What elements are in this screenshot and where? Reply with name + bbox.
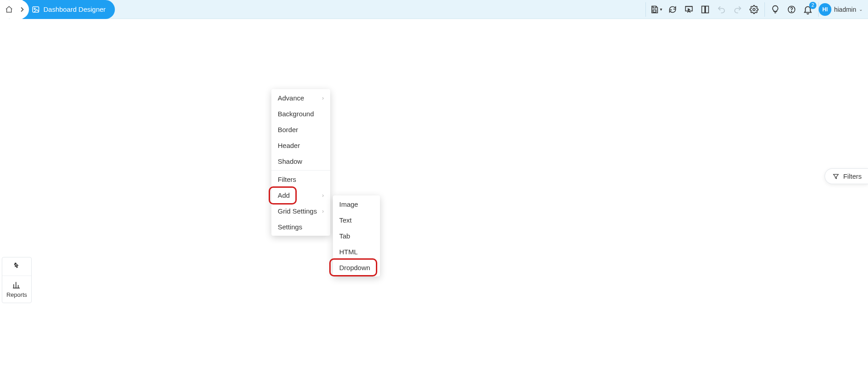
home-icon	[5, 5, 13, 14]
ctx-item-settings[interactable]: Settings	[271, 219, 330, 235]
sub-label: Tab	[339, 232, 350, 240]
ctx-label: Grid Settings	[278, 207, 317, 215]
reports-label: Reports	[6, 291, 27, 298]
chevron-right-icon	[18, 5, 26, 14]
save-button[interactable]: ▾	[651, 5, 661, 14]
undo-button[interactable]	[716, 5, 726, 14]
reports-button[interactable]: Reports	[2, 276, 31, 303]
left-dock: Reports	[2, 257, 32, 303]
sub-item-html[interactable]: HTML	[333, 244, 380, 260]
sub-item-image[interactable]: Image	[333, 196, 380, 212]
ctx-item-border[interactable]: Border	[271, 122, 330, 138]
ctx-item-header[interactable]: Header	[271, 138, 330, 153]
redo-icon	[733, 5, 742, 14]
pointer-icon	[12, 262, 21, 271]
sub-label: HTML	[339, 248, 358, 256]
ctx-label: Filters	[278, 176, 296, 183]
filters-label: Filters	[843, 172, 862, 180]
sub-item-dropdown[interactable]: Dropdown	[333, 260, 380, 276]
page-title: Dashboard Designer	[43, 5, 106, 13]
filters-button[interactable]: Filters	[825, 168, 868, 184]
ctx-item-filters[interactable]: Filters	[271, 171, 330, 187]
notification-badge: 2	[809, 2, 816, 9]
sub-label: Dropdown	[339, 264, 370, 271]
ctx-item-shadow[interactable]: Shadow	[271, 153, 330, 169]
save-icon	[650, 5, 659, 14]
context-menu: Advance › Background Border Header Shado…	[271, 89, 330, 236]
ctx-label: Advance	[278, 94, 304, 102]
filter-icon	[832, 173, 840, 180]
svg-rect-2	[653, 10, 656, 12]
sub-item-text[interactable]: Text	[333, 212, 380, 228]
help-button[interactable]	[787, 5, 797, 14]
ctx-item-add[interactable]: Add ›	[271, 187, 330, 203]
presentation-button[interactable]	[684, 5, 694, 14]
page-title-chip[interactable]: Dashboard Designer	[23, 0, 115, 19]
interactions-button[interactable]	[2, 257, 31, 276]
hint-button[interactable]	[770, 5, 780, 14]
lightbulb-icon	[771, 5, 780, 14]
ctx-label: Header	[278, 142, 300, 149]
chevron-down-icon: ⌄	[859, 7, 863, 12]
sub-label: Image	[339, 200, 358, 208]
chevron-right-icon: ›	[322, 95, 324, 101]
settings-button[interactable]	[749, 5, 759, 14]
ctx-item-grid-settings[interactable]: Grid Settings ›	[271, 203, 330, 219]
ctx-item-advance[interactable]: Advance ›	[271, 90, 330, 106]
svg-rect-4	[702, 6, 705, 13]
user-menu[interactable]: HI hiadmin ⌄	[819, 3, 868, 16]
svg-rect-0	[33, 7, 39, 12]
sub-item-tab[interactable]: Tab	[333, 228, 380, 244]
layout-button[interactable]	[700, 5, 710, 14]
help-icon	[787, 5, 796, 14]
refresh-button[interactable]	[668, 5, 678, 14]
ctx-label: Shadow	[278, 157, 302, 165]
canvas[interactable]: Filters Reports Advance › Background Bor…	[0, 19, 868, 371]
image-icon	[32, 5, 40, 14]
layout-icon	[701, 5, 710, 14]
svg-point-1	[34, 8, 35, 10]
ctx-label: Background	[278, 110, 314, 118]
divider	[271, 170, 330, 171]
ctx-label: Border	[278, 126, 298, 133]
gear-icon	[749, 5, 759, 14]
undo-icon	[717, 5, 726, 14]
chevron-right-icon: ›	[322, 208, 324, 214]
sub-label: Text	[339, 216, 352, 224]
breadcrumb: Dashboard Designer	[0, 0, 115, 19]
ctx-label: Add	[278, 191, 290, 199]
chevron-right-icon: ›	[322, 192, 324, 199]
ctx-item-background[interactable]: Background	[271, 106, 330, 122]
username-label: hiadmin	[834, 6, 856, 13]
topbar-actions: ▾	[645, 0, 868, 19]
presentation-icon	[684, 5, 693, 14]
refresh-icon	[668, 5, 677, 14]
svg-point-8	[791, 11, 792, 11]
top-bar: Dashboard Designer ▾	[0, 0, 868, 19]
ctx-label: Settings	[278, 223, 302, 231]
avatar: HI	[819, 3, 831, 16]
redo-button[interactable]	[733, 5, 743, 14]
submenu-add: Image Text Tab HTML Dropdown	[333, 195, 380, 276]
svg-rect-5	[706, 6, 709, 13]
bar-chart-icon	[12, 281, 21, 290]
notifications-button[interactable]: 2	[803, 5, 813, 14]
chevron-down-icon: ▾	[660, 7, 662, 12]
svg-point-6	[753, 8, 755, 10]
